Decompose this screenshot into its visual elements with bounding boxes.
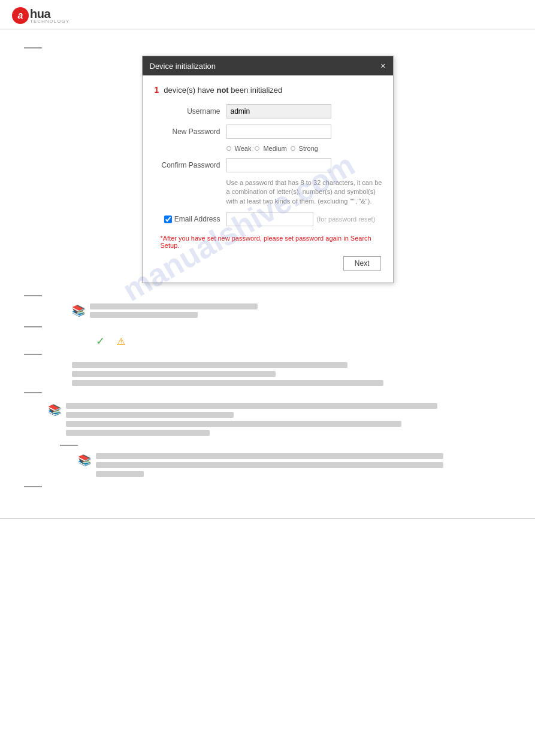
email-checkbox[interactable] xyxy=(164,215,172,223)
modal-area: Device initialization × 1 device(s) have… xyxy=(24,56,511,283)
warning-text: *After you have set new password, please… xyxy=(161,235,381,249)
book-icon-1: 📚 xyxy=(72,304,85,317)
note-section-3: 📚 xyxy=(78,453,511,480)
email-input[interactable] xyxy=(226,212,313,226)
bottom-divider xyxy=(0,518,535,519)
next-button[interactable]: Next xyxy=(343,256,381,271)
big-bar-4 xyxy=(66,430,210,436)
info-pre: device(s) have xyxy=(164,86,216,95)
strength-label-medium: Medium xyxy=(263,145,286,152)
info-post: been initialized xyxy=(229,86,283,95)
dialog-body: 1 device(s) have not been initialized Us… xyxy=(143,75,393,283)
email-hint: (for password reset) xyxy=(317,215,376,223)
strength-dot-medium xyxy=(255,146,259,151)
page-content: Device initialization × 1 device(s) have… xyxy=(0,29,535,506)
dialog-info-text: device(s) have not been initialized xyxy=(164,86,282,95)
email-checkbox-area: Email Address xyxy=(155,215,226,223)
dialog-title-bar: Device initialization × xyxy=(143,56,393,75)
check-icon: ✓ xyxy=(96,335,105,348)
new-password-row: New Password xyxy=(155,125,381,139)
logo: a hua TECHNOLOGY xyxy=(12,7,69,24)
confirm-password-row: Confirm Password xyxy=(155,158,381,172)
device-init-dialog: Device initialization × 1 device(s) have… xyxy=(142,56,394,283)
icon-row: ✓ ⚠ xyxy=(96,335,511,348)
password-strength-row: Weak Medium Strong xyxy=(226,145,381,152)
note-section-2: 📚 xyxy=(48,403,511,439)
sub-bar-3 xyxy=(96,471,144,477)
info-bold: not xyxy=(216,86,228,95)
note-section-1: 📚 xyxy=(72,303,511,320)
logo-a-letter: a xyxy=(18,10,23,21)
big-bar-2 xyxy=(66,412,234,418)
section-marker-7 xyxy=(24,486,42,487)
content-bar-2 xyxy=(72,371,276,377)
new-password-label: New Password xyxy=(155,127,226,136)
content-area-1 xyxy=(72,362,511,386)
confirm-password-label: Confirm Password xyxy=(155,161,226,169)
section-marker-5 xyxy=(24,392,42,393)
email-row: Email Address (for password reset) xyxy=(155,212,381,226)
password-hint: Use a password that has 8 to 32 characte… xyxy=(226,178,382,206)
big-bar-1 xyxy=(66,403,437,409)
strength-label-weak: Weak xyxy=(235,145,252,152)
logo-circle-icon: a xyxy=(12,7,29,24)
strength-label-strong: Strong xyxy=(299,145,318,152)
section-marker-2 xyxy=(24,295,42,296)
big-bar-3 xyxy=(66,421,401,427)
sub-bar-2 xyxy=(96,462,443,468)
dialog-info-row: 1 device(s) have not been initialized xyxy=(155,85,381,95)
username-row: Username xyxy=(155,104,381,119)
note-bar-1 xyxy=(90,303,258,309)
note-text-2 xyxy=(66,403,511,439)
logo-sub: TECHNOLOGY xyxy=(30,19,69,24)
confirm-password-input[interactable] xyxy=(226,158,331,172)
strength-dot-weak xyxy=(226,146,231,151)
sub-bar-1 xyxy=(96,453,443,459)
strength-dot-strong xyxy=(291,146,295,151)
section-marker-6 xyxy=(60,445,78,446)
note-text-3 xyxy=(96,453,511,480)
username-label: Username xyxy=(155,107,226,116)
button-row: Next xyxy=(155,256,381,273)
dialog-title: Device initialization xyxy=(150,62,216,71)
book-icon-3: 📚 xyxy=(78,454,91,467)
email-label: Email Address xyxy=(174,215,220,223)
content-bar-1 xyxy=(72,362,347,368)
book-icon-2: 📚 xyxy=(48,403,61,417)
dialog-close-button[interactable]: × xyxy=(380,61,385,71)
section-marker-3 xyxy=(24,326,42,327)
content-bar-3 xyxy=(72,380,383,386)
section-marker-4 xyxy=(24,354,42,355)
new-password-input[interactable] xyxy=(226,125,331,139)
page-header: a hua TECHNOLOGY xyxy=(0,0,535,29)
section-marker-1 xyxy=(24,47,42,48)
device-count: 1 xyxy=(155,85,159,95)
warning-icon: ⚠ xyxy=(117,336,125,347)
note-text-1 xyxy=(90,303,511,320)
username-input[interactable] xyxy=(226,104,331,119)
note-bar-2 xyxy=(90,312,198,318)
